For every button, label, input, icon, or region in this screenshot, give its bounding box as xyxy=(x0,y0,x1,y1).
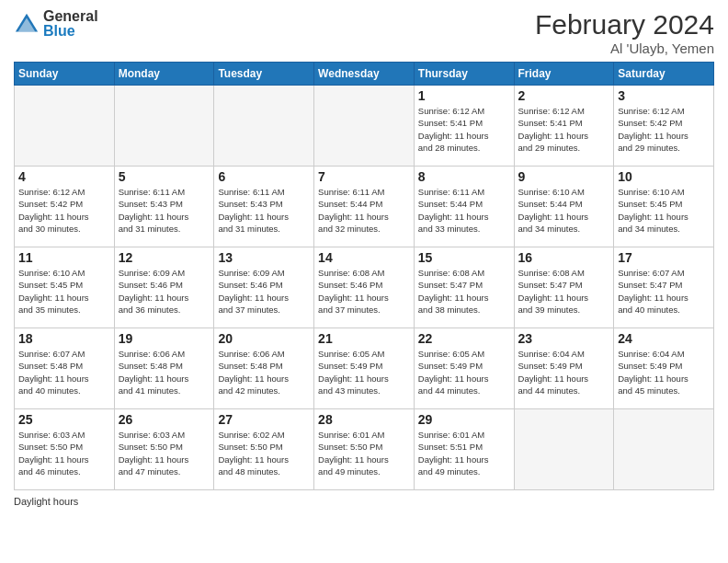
col-tuesday: Tuesday xyxy=(214,63,314,86)
day-cell: 27Sunrise: 6:02 AM Sunset: 5:50 PM Dayli… xyxy=(214,409,314,490)
calendar-title: February 2024 xyxy=(535,9,714,40)
day-cell xyxy=(514,409,614,490)
day-number: 26 xyxy=(119,412,210,427)
day-cell: 20Sunrise: 6:06 AM Sunset: 5:48 PM Dayli… xyxy=(214,328,314,409)
week-row-4: 25Sunrise: 6:03 AM Sunset: 5:50 PM Dayli… xyxy=(15,409,714,490)
day-cell: 5Sunrise: 6:11 AM Sunset: 5:43 PM Daylig… xyxy=(114,167,214,247)
page: General Blue February 2024 Al 'Ulayb, Ye… xyxy=(0,0,728,563)
footer-label: Daylight hours xyxy=(14,496,78,507)
col-thursday: Thursday xyxy=(414,63,514,86)
day-number: 29 xyxy=(418,412,510,427)
day-detail: Sunrise: 6:06 AM Sunset: 5:48 PM Dayligh… xyxy=(218,348,310,396)
day-number: 14 xyxy=(318,250,410,265)
day-cell: 25Sunrise: 6:03 AM Sunset: 5:50 PM Dayli… xyxy=(15,409,115,490)
day-number: 17 xyxy=(618,250,710,265)
day-detail: Sunrise: 6:04 AM Sunset: 5:49 PM Dayligh… xyxy=(618,348,710,396)
day-cell: 7Sunrise: 6:11 AM Sunset: 5:44 PM Daylig… xyxy=(314,167,415,247)
day-detail: Sunrise: 6:01 AM Sunset: 5:51 PM Dayligh… xyxy=(418,429,510,477)
day-number: 22 xyxy=(418,331,510,346)
week-row-2: 11Sunrise: 6:10 AM Sunset: 5:45 PM Dayli… xyxy=(15,247,714,328)
day-detail: Sunrise: 6:05 AM Sunset: 5:49 PM Dayligh… xyxy=(418,348,510,396)
col-monday: Monday xyxy=(114,63,214,86)
logo-text: General Blue xyxy=(43,9,98,39)
day-number: 23 xyxy=(518,331,610,346)
day-cell: 3Sunrise: 6:12 AM Sunset: 5:42 PM Daylig… xyxy=(614,86,714,167)
day-detail: Sunrise: 6:09 AM Sunset: 5:46 PM Dayligh… xyxy=(218,267,310,316)
day-number: 16 xyxy=(518,250,610,265)
day-detail: Sunrise: 6:10 AM Sunset: 5:45 PM Dayligh… xyxy=(18,267,110,316)
logo-icon xyxy=(14,11,40,37)
day-cell: 15Sunrise: 6:08 AM Sunset: 5:47 PM Dayli… xyxy=(414,247,514,328)
week-row-3: 18Sunrise: 6:07 AM Sunset: 5:48 PM Dayli… xyxy=(15,328,714,409)
day-number: 28 xyxy=(318,412,410,427)
day-number: 15 xyxy=(418,250,510,265)
day-cell: 12Sunrise: 6:09 AM Sunset: 5:46 PM Dayli… xyxy=(114,247,214,328)
col-wednesday: Wednesday xyxy=(314,63,415,86)
day-detail: Sunrise: 6:06 AM Sunset: 5:48 PM Dayligh… xyxy=(119,348,210,396)
day-number: 5 xyxy=(119,169,210,184)
day-detail: Sunrise: 6:03 AM Sunset: 5:50 PM Dayligh… xyxy=(119,429,210,477)
calendar-body: 1Sunrise: 6:12 AM Sunset: 5:41 PM Daylig… xyxy=(15,86,714,490)
day-number: 2 xyxy=(518,88,610,103)
day-cell: 26Sunrise: 6:03 AM Sunset: 5:50 PM Dayli… xyxy=(114,409,214,490)
day-detail: Sunrise: 6:07 AM Sunset: 5:47 PM Dayligh… xyxy=(618,267,710,316)
day-cell: 16Sunrise: 6:08 AM Sunset: 5:47 PM Dayli… xyxy=(514,247,614,328)
day-cell xyxy=(15,86,115,167)
logo-blue-text: Blue xyxy=(43,24,98,39)
day-detail: Sunrise: 6:08 AM Sunset: 5:46 PM Dayligh… xyxy=(318,267,410,316)
day-detail: Sunrise: 6:11 AM Sunset: 5:43 PM Dayligh… xyxy=(119,186,210,235)
week-row-0: 1Sunrise: 6:12 AM Sunset: 5:41 PM Daylig… xyxy=(15,86,714,167)
day-number: 21 xyxy=(318,331,410,346)
day-cell: 22Sunrise: 6:05 AM Sunset: 5:49 PM Dayli… xyxy=(414,328,514,409)
day-cell: 18Sunrise: 6:07 AM Sunset: 5:48 PM Dayli… xyxy=(15,328,115,409)
day-cell: 11Sunrise: 6:10 AM Sunset: 5:45 PM Dayli… xyxy=(15,247,115,328)
day-cell: 9Sunrise: 6:10 AM Sunset: 5:44 PM Daylig… xyxy=(514,167,614,247)
day-number: 13 xyxy=(218,250,310,265)
day-number: 3 xyxy=(618,88,710,103)
col-friday: Friday xyxy=(514,63,614,86)
day-detail: Sunrise: 6:09 AM Sunset: 5:46 PM Dayligh… xyxy=(119,267,210,316)
day-detail: Sunrise: 6:05 AM Sunset: 5:49 PM Dayligh… xyxy=(318,348,410,396)
calendar-table: Sunday Monday Tuesday Wednesday Thursday… xyxy=(14,62,714,490)
day-number: 27 xyxy=(218,412,310,427)
day-number: 25 xyxy=(18,412,110,427)
day-cell xyxy=(614,409,714,490)
day-number: 9 xyxy=(518,169,610,184)
day-detail: Sunrise: 6:10 AM Sunset: 5:45 PM Dayligh… xyxy=(618,186,710,235)
day-detail: Sunrise: 6:08 AM Sunset: 5:47 PM Dayligh… xyxy=(418,267,510,316)
day-number: 19 xyxy=(119,331,210,346)
day-number: 12 xyxy=(119,250,210,265)
day-detail: Sunrise: 6:08 AM Sunset: 5:47 PM Dayligh… xyxy=(518,267,610,316)
calendar-subtitle: Al 'Ulayb, Yemen xyxy=(535,40,714,56)
day-cell: 17Sunrise: 6:07 AM Sunset: 5:47 PM Dayli… xyxy=(614,247,714,328)
day-detail: Sunrise: 6:12 AM Sunset: 5:41 PM Dayligh… xyxy=(418,105,510,154)
day-detail: Sunrise: 6:10 AM Sunset: 5:44 PM Dayligh… xyxy=(518,186,610,235)
day-number: 20 xyxy=(218,331,310,346)
logo: General Blue xyxy=(14,9,98,39)
day-cell: 13Sunrise: 6:09 AM Sunset: 5:46 PM Dayli… xyxy=(214,247,314,328)
day-cell: 21Sunrise: 6:05 AM Sunset: 5:49 PM Dayli… xyxy=(314,328,415,409)
day-cell: 4Sunrise: 6:12 AM Sunset: 5:42 PM Daylig… xyxy=(15,167,115,247)
day-cell: 28Sunrise: 6:01 AM Sunset: 5:50 PM Dayli… xyxy=(314,409,415,490)
day-number: 7 xyxy=(318,169,410,184)
day-cell: 1Sunrise: 6:12 AM Sunset: 5:41 PM Daylig… xyxy=(414,86,514,167)
day-cell: 24Sunrise: 6:04 AM Sunset: 5:49 PM Dayli… xyxy=(614,328,714,409)
footer: Daylight hours xyxy=(14,496,714,507)
day-detail: Sunrise: 6:11 AM Sunset: 5:44 PM Dayligh… xyxy=(318,186,410,235)
day-cell: 6Sunrise: 6:11 AM Sunset: 5:43 PM Daylig… xyxy=(214,167,314,247)
day-cell: 14Sunrise: 6:08 AM Sunset: 5:46 PM Dayli… xyxy=(314,247,415,328)
day-number: 11 xyxy=(18,250,110,265)
col-saturday: Saturday xyxy=(614,63,714,86)
day-cell: 8Sunrise: 6:11 AM Sunset: 5:44 PM Daylig… xyxy=(414,167,514,247)
day-cell xyxy=(314,86,415,167)
day-cell: 23Sunrise: 6:04 AM Sunset: 5:49 PM Dayli… xyxy=(514,328,614,409)
day-detail: Sunrise: 6:12 AM Sunset: 5:41 PM Dayligh… xyxy=(518,105,610,154)
day-detail: Sunrise: 6:12 AM Sunset: 5:42 PM Dayligh… xyxy=(618,105,710,154)
day-cell: 10Sunrise: 6:10 AM Sunset: 5:45 PM Dayli… xyxy=(614,167,714,247)
title-block: February 2024 Al 'Ulayb, Yemen xyxy=(535,9,714,56)
day-number: 10 xyxy=(618,169,710,184)
day-detail: Sunrise: 6:07 AM Sunset: 5:48 PM Dayligh… xyxy=(18,348,110,396)
header: General Blue February 2024 Al 'Ulayb, Ye… xyxy=(14,9,714,56)
week-row-1: 4Sunrise: 6:12 AM Sunset: 5:42 PM Daylig… xyxy=(15,167,714,247)
day-cell: 19Sunrise: 6:06 AM Sunset: 5:48 PM Dayli… xyxy=(114,328,214,409)
